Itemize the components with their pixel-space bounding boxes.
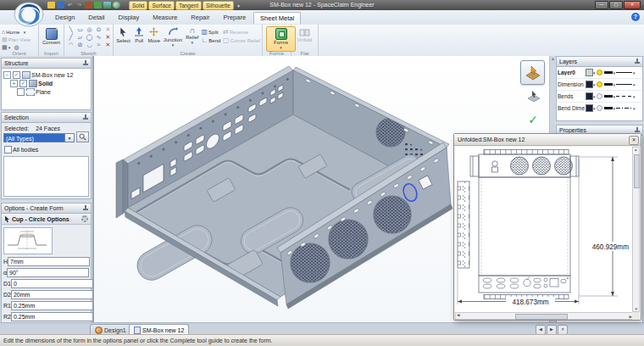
construction-tool-icon[interactable]: ✕ (103, 41, 113, 48)
field-input-D2[interactable] (11, 290, 93, 299)
selection-filter-dropdown[interactable]: (All Types) ▼ (3, 133, 75, 142)
line-weight[interactable] (604, 83, 613, 86)
ellipse-tool-icon[interactable]: ◯ (85, 33, 94, 41)
toggle-tangent[interactable]: Tangent (175, 1, 202, 10)
tool-guide-complete[interactable]: ✓ (523, 110, 543, 129)
tab-display[interactable]: Display (113, 12, 146, 24)
pin-icon[interactable] (83, 114, 88, 120)
line-tool-icon[interactable]: ╲ (66, 25, 75, 33)
trim-tool-icon[interactable]: ✕ (103, 25, 113, 33)
unfolded-drawing-area[interactable]: 460.929mm 418.673mm ▲▼ ◀▶ (455, 147, 640, 320)
polygon-tool-icon[interactable]: ▱ (75, 33, 85, 41)
field-input-H[interactable] (8, 257, 90, 266)
checkbox-unchecked[interactable] (4, 146, 12, 153)
center-circle-tool-icon[interactable]: ⊙ (94, 25, 103, 33)
all-bodies-option[interactable]: All bodies (3, 145, 89, 153)
search-button[interactable] (76, 131, 89, 142)
scroll-thumb[interactable] (634, 154, 640, 188)
image-icon[interactable] (103, 2, 111, 8)
layers-panel-header[interactable]: Layers (556, 56, 643, 67)
field-input-R2[interactable] (11, 312, 93, 321)
checkbox-checked[interactable]: ✓ (19, 80, 27, 87)
redo-icon[interactable]: ↷ (75, 2, 83, 8)
layer-color-swatch[interactable] (586, 104, 593, 112)
checkbox-checked[interactable]: ✓ (13, 71, 20, 79)
tab-design[interactable]: Design (49, 12, 80, 24)
relief-button[interactable]: ∩ Relief ▾ (184, 25, 200, 45)
split-line-tool-icon[interactable]: ✕ (103, 33, 113, 41)
chevron-down-icon[interactable]: ▾ (633, 94, 636, 99)
reverse-button[interactable]: ⇄Reverse (223, 28, 260, 36)
layer-row-bend-dims[interactable]: Bend Dime... ▾ ▾ ▾ (557, 103, 642, 114)
chevron-down-icon[interactable]: ▾ (633, 70, 636, 75)
line-weight[interactable] (604, 95, 613, 98)
tab-repair[interactable]: Repair (185, 12, 215, 24)
tab-detail[interactable]: Detail (82, 12, 110, 24)
undo-icon[interactable]: ↶ (66, 2, 74, 8)
minimize-button[interactable]: — (595, 1, 608, 9)
pull-button[interactable]: Pull (132, 25, 146, 43)
line-weight[interactable] (604, 107, 613, 109)
select-button[interactable]: Select (115, 25, 131, 43)
slot-tool-icon[interactable]: ⊘ (75, 41, 85, 48)
unfolded-window[interactable]: Unfolded:SM-Box new 12 ✕ (453, 133, 641, 321)
chevron-down-icon[interactable]: ▾ (613, 106, 616, 111)
horizontal-scrollbar[interactable]: ◀▶ (455, 312, 634, 320)
structure-panel-header[interactable]: Structure (1, 58, 92, 69)
arc-tool-icon[interactable]: ◠ (66, 41, 75, 48)
style-icon[interactable] (94, 2, 102, 8)
tree-item-root[interactable]: − ✓ SM-Box new 12 (3, 70, 90, 79)
tab-prepare[interactable]: Prepare (217, 12, 252, 24)
pin-icon[interactable] (635, 59, 640, 64)
move-button[interactable]: Move (147, 25, 162, 43)
help-icon[interactable]: ? (631, 13, 640, 21)
maximize-button[interactable]: ▢ (609, 1, 623, 9)
field-input-R1[interactable] (11, 301, 93, 310)
visibility-bulb-icon[interactable] (597, 93, 602, 99)
chevron-down-icon[interactable]: ▾ (633, 82, 636, 87)
save-icon[interactable] (57, 2, 64, 8)
line-style[interactable] (616, 84, 632, 85)
line-style[interactable] (616, 108, 632, 109)
field-input-D1[interactable] (11, 279, 93, 288)
chevron-down-icon[interactable]: ▾ (613, 94, 616, 99)
toggle-surface[interactable]: Surface (148, 1, 174, 10)
spin-icon[interactable]: ▦ (2, 44, 8, 50)
tool-guide-secondary[interactable] (525, 88, 542, 103)
chevron-down-icon[interactable]: ▾ (593, 106, 596, 111)
chevron-down-icon[interactable]: ▾ (633, 106, 636, 111)
toggle-silhouette[interactable]: Silhouette (203, 1, 234, 10)
chevron-down-icon[interactable]: ▾ (613, 70, 616, 75)
close-icon[interactable]: ✕ (629, 136, 639, 145)
corner-relief-button[interactable]: ▢Corner Relief (223, 36, 260, 44)
sweep-arc-tool-icon[interactable]: ◡ (85, 41, 94, 48)
visibility-bulb-icon[interactable] (597, 105, 602, 111)
spaceclaim-logo[interactable] (13, 2, 45, 27)
options-panel-header[interactable]: Options - Create Form (1, 203, 92, 214)
junction-button[interactable]: Junction ▾ (163, 25, 184, 47)
polyline-tool-icon[interactable]: ╱ (66, 33, 75, 41)
selection-list[interactable] (3, 156, 89, 197)
convert-button[interactable]: + Convert (41, 25, 62, 45)
layer-row-dimension[interactable]: Dimension ▾ ▾ ▾ (557, 79, 642, 91)
pin-icon[interactable] (83, 60, 88, 66)
open-icon[interactable] (47, 2, 55, 8)
chevron-down-icon[interactable]: ▼ (236, 3, 241, 8)
chevron-down-icon[interactable]: ▾ (593, 82, 596, 87)
sphere-icon[interactable] (113, 2, 120, 8)
visibility-bulb-icon[interactable] (597, 70, 602, 75)
scroll-thumb[interactable] (515, 314, 568, 320)
pin-icon[interactable] (635, 127, 640, 133)
bend-button[interactable]: ∟Bend (202, 36, 223, 44)
tool-guide-select-face[interactable] (520, 60, 545, 85)
collapse-icon[interactable]: − (3, 71, 11, 79)
checkbox-unchecked[interactable] (17, 88, 25, 96)
pin-icon[interactable] (83, 205, 88, 211)
tree-item-solid[interactable]: + ✓ Solid (3, 79, 90, 87)
layer-row-layer0[interactable]: Layer0 ▾ ▾ ▾ (557, 67, 642, 79)
vertical-scrollbar[interactable]: ▲▼ (632, 147, 640, 312)
close-button[interactable]: ✕ (624, 1, 641, 9)
visibility-bulb-icon[interactable] (597, 81, 602, 87)
split-button[interactable]: ▥Split (202, 28, 223, 36)
gear-icon[interactable] (81, 215, 88, 222)
